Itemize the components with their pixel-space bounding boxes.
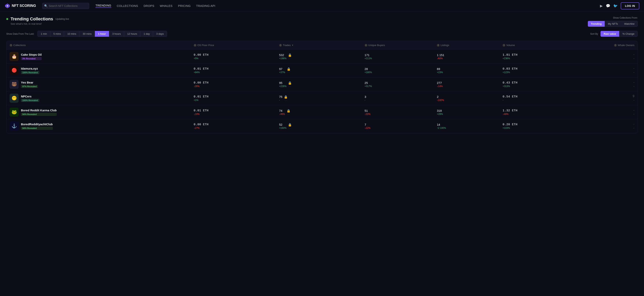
collection-info: Idamura.xyz 100% Revealed bbox=[21, 67, 39, 74]
th-floor-price: i OS Floor Price bbox=[190, 41, 276, 50]
cell-listings-0: 1 151 ↓68% bbox=[434, 50, 500, 64]
lock-symbol: 🔒 bbox=[284, 95, 288, 99]
volume-value: 1.81 ETH bbox=[502, 53, 582, 57]
time-btn-1hour[interactable]: 1 hour bbox=[95, 31, 109, 37]
th-info-trades[interactable]: i bbox=[279, 44, 282, 47]
nav-item-collections[interactable]: COLLECTIONS bbox=[117, 4, 138, 8]
cell-whales-3: 9 - bbox=[585, 91, 638, 105]
cell-floor-4: 0.01 ETH ↓19% bbox=[190, 105, 276, 119]
trades-change: - bbox=[279, 99, 282, 101]
volume-value: 0.54 ETH bbox=[502, 95, 582, 98]
table-header: i Collections i OS Floor Price i T bbox=[6, 41, 638, 50]
volume-change: - bbox=[502, 99, 582, 101]
lock-symbol: 🔒 bbox=[288, 123, 292, 127]
whales-value: - bbox=[634, 81, 634, 84]
collections-from-buttons: Trending My NFTs Watchlist bbox=[588, 21, 638, 27]
th-label-listings: Listings bbox=[440, 44, 449, 47]
time-filter-buttons: 1 min 5 mins 10 mins 30 mins 1 hour 3 ho… bbox=[37, 31, 167, 37]
nav-item-trading-api[interactable]: TRADING API bbox=[196, 4, 216, 8]
listings-change: +28% bbox=[437, 113, 496, 115]
buyers-change: ↓22% bbox=[365, 127, 431, 129]
table-row[interactable]: 😶 NPCers 100% Revealed 0.01 ETH +1% 75 -… bbox=[6, 91, 638, 105]
listings-value: 2 bbox=[437, 95, 496, 98]
logo[interactable]: NFT SCORING bbox=[5, 3, 36, 9]
th-info-volume[interactable]: i bbox=[502, 44, 505, 47]
time-btn-1min[interactable]: 1 min bbox=[38, 31, 50, 37]
lock-dots: ··· bbox=[288, 85, 291, 88]
th-label-buyers: Unique Buyers bbox=[368, 44, 385, 47]
from-btn-watchlist[interactable]: Watchlist bbox=[621, 21, 638, 27]
twitter-icon[interactable]: 🐦 bbox=[613, 4, 618, 8]
cell-buyers-0: 171 +211% bbox=[362, 50, 434, 64]
nav-item-trending[interactable]: TRENDING bbox=[96, 4, 111, 8]
avatar-emoji: 🎂 bbox=[10, 52, 18, 61]
lock-symbol: 🔒 bbox=[288, 53, 292, 57]
listings-change: ↓100% bbox=[437, 99, 496, 101]
trades-value: 97 bbox=[279, 67, 285, 71]
th-info-floor[interactable]: i bbox=[194, 44, 196, 47]
sort-btn-pct[interactable]: % Change bbox=[619, 31, 638, 37]
avatar-emoji: 🐸 bbox=[10, 108, 18, 117]
buyers-change: +180% bbox=[365, 71, 431, 74]
table-row[interactable]: ⚓ BoredReddityachtClub 94% Revealed 0.00… bbox=[6, 119, 638, 133]
discord-icon[interactable]: 💬 bbox=[606, 4, 610, 8]
page-header: Trending Collections Updating live See w… bbox=[6, 17, 638, 27]
whales-value2: - bbox=[634, 98, 634, 102]
time-btn-5mins[interactable]: 5 mins bbox=[50, 31, 64, 37]
trades-lock-icon: 🔒 ··· bbox=[287, 67, 291, 74]
trades-value: 74 bbox=[279, 109, 285, 112]
collections-from: Show Collections From: Trending My NFTs … bbox=[588, 17, 638, 27]
youtube-icon[interactable]: ▶ bbox=[600, 4, 603, 8]
buyers-value: 25 bbox=[365, 81, 431, 84]
time-btn-30mins[interactable]: 30 mins bbox=[80, 31, 95, 37]
from-btn-trending[interactable]: Trending bbox=[588, 21, 605, 27]
collection-avatar: ⚓ bbox=[10, 121, 18, 130]
th-info-whales[interactable]: i bbox=[614, 44, 617, 47]
whales-value2: - bbox=[634, 84, 634, 88]
from-btn-mynfts[interactable]: My NFTs bbox=[605, 21, 621, 27]
buyers-change: ↓20% bbox=[365, 113, 431, 115]
th-info-listings[interactable]: i bbox=[437, 44, 440, 47]
cell-floor-5: 0.00 ETH ↓17% bbox=[190, 119, 276, 133]
floor-change: +84% bbox=[194, 71, 273, 74]
cell-collection-4: 🐸 Bored Reddit Karma Club 94% Revealed bbox=[6, 105, 190, 119]
time-btn-12hours[interactable]: 12 hours bbox=[124, 31, 140, 37]
table-row[interactable]: 🔴 Idamura.xyz 100% Revealed 0.01 ETH +84… bbox=[6, 64, 638, 77]
table-row[interactable]: 🎂 Cake Stops Oil 3% Revealed 0.00 ETH +5… bbox=[6, 50, 638, 64]
trades-change: +228% bbox=[279, 85, 286, 88]
nav-item-pricing[interactable]: PRICING bbox=[178, 4, 191, 8]
trades-lock-icon: 🔒 ··· bbox=[288, 123, 292, 129]
whales-value2: - bbox=[634, 112, 634, 116]
cell-listings-2: 277 ↓14% bbox=[434, 77, 500, 91]
collection-info: Cake Stops Oil 3% Revealed bbox=[21, 53, 42, 60]
lock-dots: ··· bbox=[284, 99, 287, 101]
th-info-buyers[interactable]: i bbox=[365, 44, 368, 47]
collections-table: i Collections i OS Floor Price i T bbox=[6, 41, 638, 133]
sort-buttons: Raw value % Change bbox=[600, 31, 638, 37]
th-sort-trades[interactable]: ▼ bbox=[292, 44, 294, 46]
cell-whales-5: - - bbox=[585, 119, 638, 133]
page-title: Trending Collections bbox=[10, 17, 53, 22]
nav-item-drops[interactable]: DROPS bbox=[144, 4, 154, 8]
sort-btn-raw[interactable]: Raw value bbox=[600, 31, 620, 37]
table-row[interactable]: 🐸 Bored Reddit Karma Club 94% Revealed 0… bbox=[6, 105, 638, 119]
cell-whales-4: - - bbox=[585, 105, 638, 119]
time-btn-3hours[interactable]: 3 hours bbox=[109, 31, 124, 37]
lock-symbol: 🔒 bbox=[288, 81, 292, 85]
trades-change: ↓46% bbox=[279, 113, 285, 115]
cell-collection-2: 🐻 Yes Bear 97% Revealed bbox=[6, 77, 190, 91]
listings-value: 277 bbox=[437, 81, 496, 84]
cell-trades-3: 75 - 🔒 ··· bbox=[276, 91, 362, 105]
login-button[interactable]: LOG IN bbox=[621, 2, 639, 10]
time-btn-1day[interactable]: 1 day bbox=[140, 31, 153, 37]
time-btn-3days[interactable]: 3 days bbox=[153, 31, 167, 37]
th-label-whales: Whale Owners bbox=[618, 44, 634, 47]
search-input[interactable] bbox=[42, 3, 89, 9]
time-btn-10mins[interactable]: 10 mins bbox=[64, 31, 80, 37]
buyers-change: +317% bbox=[365, 85, 431, 88]
cell-trades-2: 95 +228% 🔒 ··· bbox=[276, 77, 362, 91]
th-info-collections[interactable]: i bbox=[10, 44, 12, 47]
nav-item-whales[interactable]: WHALES bbox=[160, 4, 172, 8]
lock-symbol: 🔒 bbox=[287, 67, 291, 71]
table-row[interactable]: 🐻 Yes Bear 97% Revealed 0.00 ETH ↓28% 95… bbox=[6, 77, 638, 91]
